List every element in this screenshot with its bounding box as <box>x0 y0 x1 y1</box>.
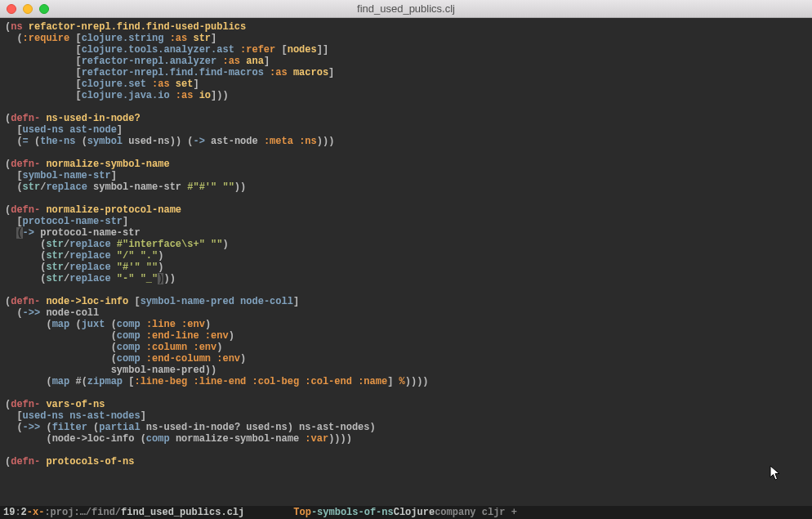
code-line[interactable] <box>5 193 807 204</box>
code-line[interactable]: (defn- normalize-symbol-name <box>5 159 807 170</box>
code-line[interactable]: (comp :end-column :env) <box>5 353 807 365</box>
code-line[interactable]: (str/replace "#'" "") <box>5 262 807 273</box>
code-line[interactable]: (str/replace #"interface\s+" "") <box>5 239 807 250</box>
modeline-filename: find_used_publics.clj <box>121 507 244 518</box>
code-line[interactable]: (defn- node->loc-info [symbol-name-pred … <box>5 296 807 307</box>
code-line[interactable]: [used-ns ast-node] <box>5 124 807 136</box>
code-line[interactable]: [refactor-nrepl.analyzer :as ana] <box>5 56 807 67</box>
code-line[interactable]: (node->loc-info (comp normalize-symbol-n… <box>5 433 807 445</box>
code-line[interactable] <box>5 284 807 296</box>
code-editor[interactable]: (ns refactor-nrepl.find.find-used-public… <box>0 18 812 504</box>
code-line[interactable]: [used-ns ns-ast-nodes] <box>5 410 807 422</box>
code-line[interactable] <box>5 147 807 159</box>
code-line[interactable]: [refactor-nrepl.find.find-macros :as mac… <box>5 67 807 78</box>
code-line[interactable]: (map #(zipmap [:line-beg :line-end :col-… <box>5 376 807 387</box>
code-line[interactable]: (-> protocol-name-str <box>5 227 807 239</box>
modeline-path-prefix: :proj:…/find/ <box>44 507 121 518</box>
mode-line: 19: 2 -x- :proj:…/find/ find_used_public… <box>0 506 812 519</box>
code-line[interactable]: (ns refactor-nrepl.find.find-used-public… <box>5 21 807 33</box>
modeline-major-mode: Clojure <box>394 507 435 518</box>
code-line[interactable]: (str/replace symbol-name-str #"#'" "")) <box>5 181 807 193</box>
code-line[interactable]: (map (juxt (comp :line :env) <box>5 319 807 330</box>
code-line[interactable]: [protocol-name-str] <box>5 216 807 227</box>
code-line[interactable]: (->> (filter (partial ns-used-in-node? u… <box>5 422 807 433</box>
window-title: find_used_publics.clj <box>0 3 812 15</box>
code-line[interactable]: (defn- ns-used-in-node? <box>5 113 807 124</box>
code-line[interactable]: [clojure.java.io :as io])) <box>5 90 807 101</box>
code-line[interactable]: (:require [clojure.string :as str] <box>5 33 807 44</box>
modeline-flags: -x- <box>27 507 45 518</box>
modeline-col: 2 <box>21 507 27 518</box>
code-line[interactable]: (str/replace "-" "_"))) <box>5 273 807 284</box>
code-line[interactable]: (defn- protocols-of-ns <box>5 456 807 468</box>
code-line[interactable]: symbol-name-pred)) <box>5 365 807 376</box>
code-line[interactable] <box>5 445 807 456</box>
code-line[interactable]: [clojure.set :as set] <box>5 78 807 90</box>
code-line[interactable]: (comp :end-line :env) <box>5 330 807 342</box>
code-line[interactable]: (str/replace "/" ".") <box>5 250 807 262</box>
code-line[interactable]: [clojure.tools.analyzer.ast :refer [node… <box>5 44 807 56</box>
code-line[interactable]: (= (the-ns (symbol used-ns)) (-> ast-nod… <box>5 136 807 147</box>
modeline-position: Top <box>293 507 311 518</box>
modeline-line: 19 <box>3 507 15 518</box>
modeline-minor-modes: company cljr + <box>435 507 517 518</box>
code-line[interactable] <box>5 101 807 113</box>
window-titlebar: find_used_publics.clj <box>0 0 812 18</box>
modeline-symbol: -symbols-of-ns <box>311 507 394 518</box>
code-line[interactable]: (comp :column :env) <box>5 342 807 353</box>
code-line[interactable]: (->> node-coll <box>5 307 807 319</box>
code-line[interactable]: [symbol-name-str] <box>5 170 807 181</box>
code-line[interactable]: (defn- vars-of-ns <box>5 399 807 410</box>
code-line[interactable] <box>5 387 807 399</box>
code-line[interactable]: (defn- normalize-protocol-name <box>5 204 807 216</box>
